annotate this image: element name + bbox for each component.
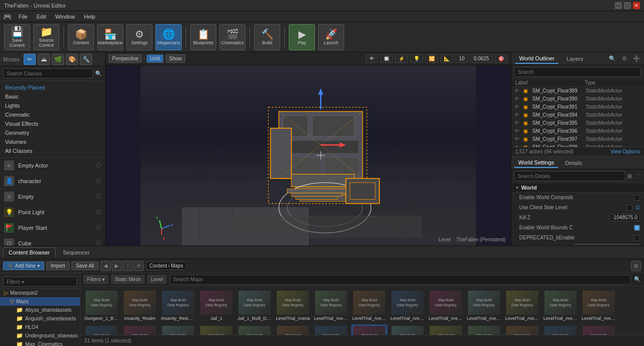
nav-up-button[interactable]: ↑ [123, 261, 133, 271]
prop-kill-z-value[interactable]: -1048575.0 [609, 214, 640, 221]
save-current-button[interactable]: 💾 Save Current [4, 24, 30, 50]
filter-level[interactable]: Level [147, 275, 167, 284]
outliner-row-0[interactable]: 👁 ▣ SM_Crypt_Floor389 StaticMeshActor [511, 87, 644, 95]
asset-9[interactable]: Map BuildData RegistryLevelTrial_Arena3_… [428, 289, 464, 322]
vp-icon-4[interactable]: 💡 [410, 54, 423, 63]
nav-forward-button[interactable]: ▶ [112, 261, 122, 271]
asset-26[interactable]: Map BuildData RegistryUnderground_Ruins_… [542, 324, 579, 335]
mode-paint[interactable]: 🎨 [66, 54, 78, 65]
maximize-button[interactable]: □ [624, 2, 631, 9]
vp-icon-7[interactable]: 🎯 [495, 54, 508, 63]
placement-search-input[interactable] [3, 68, 93, 78]
perspective-button[interactable]: Perspective [109, 54, 142, 63]
settings-button[interactable]: ⚙ Settings [126, 24, 152, 50]
vp-icon-3[interactable]: ⚡ [395, 54, 408, 63]
asset-1[interactable]: Map BuildData RegistryInsanity_Realm [122, 289, 158, 322]
asset-20[interactable]: Map BuildData RegistryTesting_level_Buil… [313, 324, 349, 335]
category-all-classes[interactable]: All Classes [0, 146, 105, 155]
mode-foliage[interactable]: 🌿 [52, 54, 64, 65]
asset-5[interactable]: Map BuildData RegistryLevelTrial_Arena [275, 289, 311, 322]
asset-27[interactable]: Map BuildData RegistryUnderground_Ruins [581, 324, 617, 335]
play-button[interactable]: ▶ Play [289, 24, 315, 50]
vp-icon-5[interactable]: 🔀 [425, 54, 438, 63]
tab-details[interactable]: Details [561, 158, 586, 167]
show-button[interactable]: Show [166, 54, 185, 63]
tab-world-outliner[interactable]: World Outliner [515, 54, 558, 64]
asset-8[interactable]: Map BuildData RegistryLevelTrial_Arena3 [389, 289, 426, 322]
category-lights[interactable]: Lights [0, 101, 105, 110]
outliner-row-2[interactable]: 👁 ▣ SM_Crypt_Floor391 StaticMeshActor [511, 103, 644, 111]
empty-character-info[interactable]: ⓘ [96, 178, 101, 185]
category-volumes[interactable]: Volumes [0, 137, 105, 146]
outliner-search-icon[interactable]: 🔍 [609, 55, 616, 62]
content-button[interactable]: 📦 Content [68, 24, 94, 50]
asset-13[interactable]: Map BuildData RegistryLevelTrial_Arena_B… [581, 289, 617, 322]
vp-icon-6[interactable]: 📐 [440, 54, 453, 63]
empty-actor-info[interactable]: ⓘ [96, 162, 101, 169]
menu-window[interactable]: Window [51, 13, 79, 21]
prop-deprecated[interactable]: DEPRECATED_bEnable [511, 233, 644, 243]
outliner-row-5[interactable]: 👁 ▣ SM_Crypt_Floor396 StaticMeshActor [511, 127, 644, 135]
cube-info[interactable]: ⓘ [96, 240, 101, 245]
category-visual-effects[interactable]: Visual Effects [0, 119, 105, 128]
vp-icon-2[interactable]: 🔲 [380, 54, 393, 63]
tab-sequencer[interactable]: Sequencer [57, 247, 95, 257]
asset-3[interactable]: Map BuildData RegistryJail_1 [198, 289, 234, 322]
folder-abyss[interactable]: 📁 Abyss_sharedassets [0, 306, 80, 314]
outliner-row-1[interactable]: 👁 ▣ SM_Crypt_Floor390 StaticMeshActor [511, 95, 644, 103]
asset-12[interactable]: Map BuildData RegistryLevelTrial_Arena5 [542, 289, 579, 322]
asset-23[interactable]: Map BuildData RegistryTown [428, 324, 464, 335]
view-options-label[interactable]: View Options [610, 149, 640, 154]
cb-content-search[interactable] [170, 275, 631, 285]
source-control-button[interactable]: 📁 Source Control [33, 24, 59, 50]
outliner-row-7[interactable]: 👁 ▣ SM_Crypt_Floor398 StaticMeshActor [511, 143, 644, 147]
asset-15[interactable]: Map BuildData RegistryPassage [122, 324, 158, 335]
outliner-search-input[interactable] [514, 67, 641, 77]
marketplace-button[interactable]: 🏪 Marketplace [97, 24, 123, 50]
build-button[interactable]: 🔨 Build [254, 24, 280, 50]
fov-display[interactable]: 0.0625 [470, 54, 493, 63]
prop-kill-z[interactable]: Kill Z -1048575.0 [511, 213, 644, 223]
prop-client-side-checkbox[interactable] [626, 205, 632, 211]
vp-icon-1[interactable]: 👁 [366, 54, 378, 63]
asset-17[interactable]: Map BuildData RegistrySoldiers_Quarters [198, 324, 234, 335]
settings-icon-1[interactable]: ⊞ [627, 173, 632, 180]
blueprints-button[interactable]: 📋 Blueprints [190, 24, 216, 50]
cb-view-options[interactable]: ⊞ [631, 261, 641, 271]
tab-content-browser[interactable]: Content Browser [3, 247, 55, 257]
prop-enable-bounds-checkbox[interactable] [634, 225, 640, 231]
prop-client-side-level[interactable]: Use Client Side Level ☑ [511, 203, 644, 213]
prop-enable-world-bounds[interactable]: Enable World Bounds C [511, 223, 644, 233]
placement-item-empty-pawn[interactable]: ○ Empty ⓘ [0, 189, 105, 205]
prop-client-side-extra[interactable]: ☑ [635, 205, 640, 210]
asset-11[interactable]: Map BuildData RegistryLevelTrial_Arena4_… [504, 289, 540, 322]
player-start-info[interactable]: ⓘ [96, 224, 101, 231]
folder-underground-share[interactable]: 📁 Underground_shareass [0, 331, 80, 340]
asset-25[interactable]: Map BuildData RegistryUnderground_Crypt [504, 324, 540, 335]
asset-14[interactable]: Map BuildData RegistryLower_Prison [84, 324, 120, 335]
cb-search-icon[interactable]: 🔍 [634, 276, 641, 283]
asset-24[interactable]: Map BuildData RegistryTown_Built_Data [466, 324, 502, 335]
asset-4[interactable]: Map BuildData RegistryJail_1_Built_Data [236, 289, 273, 322]
outliner-settings-icon[interactable]: ⚙ [622, 55, 627, 62]
outliner-add-icon[interactable]: ➕ [633, 55, 640, 62]
nav-refresh-button[interactable]: ⟳ [134, 261, 144, 271]
placement-item-player-start[interactable]: 🚩 Player Start ⓘ [0, 220, 105, 236]
outliner-row-3[interactable]: 👁 ▣ SM_Crypt_Floor394 StaticMeshActor [511, 111, 644, 119]
asset-16[interactable]: Map BuildData RegistryPassage_BuiltData [160, 324, 196, 335]
folder-maps[interactable]: ▽ Maps [0, 297, 80, 306]
placement-item-empty-actor[interactable]: ○ Empty Actor ⓘ [0, 158, 105, 174]
settings-search-input[interactable] [514, 171, 625, 181]
point-light-info[interactable]: ⓘ [96, 209, 101, 216]
nav-back-button[interactable]: ◀ [101, 261, 111, 271]
menu-edit[interactable]: Edit [33, 13, 50, 21]
outliner-row-6[interactable]: 👁 ▣ SM_Crypt_Floor397 StaticMeshActor [511, 135, 644, 143]
asset-2[interactable]: Map BuildData RegistryInsanity_Resim_Bui… [160, 289, 196, 322]
folder-map-cinema[interactable]: 📁 Map_Cinematics [0, 340, 80, 346]
cb-search-input[interactable] [3, 277, 77, 287]
placement-item-empty-character[interactable]: 👤 character ⓘ [0, 174, 105, 189]
tab-layers[interactable]: Layers [562, 54, 587, 63]
empty-pawn-info[interactable]: ⓘ [96, 193, 101, 200]
asset-6[interactable]: Map BuildData RegistryLevelTrial_Arena2 [313, 289, 349, 322]
asset-22[interactable]: Map BuildData RegistryTheFallen_BuiltDat… [389, 324, 426, 335]
